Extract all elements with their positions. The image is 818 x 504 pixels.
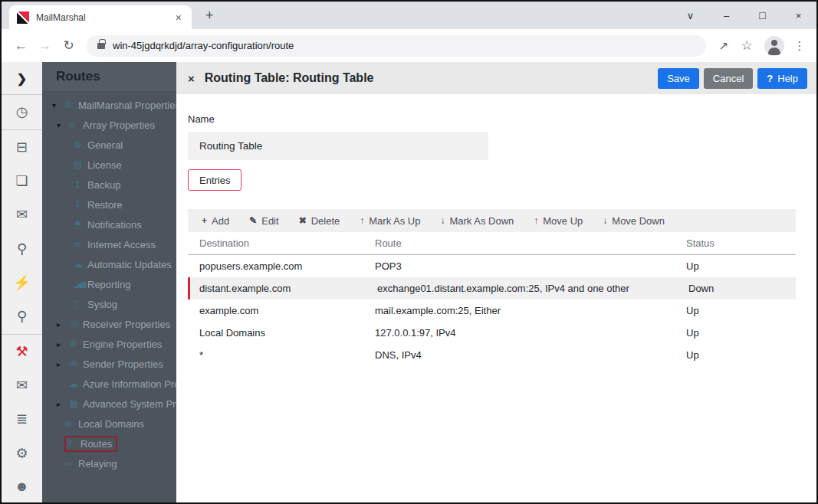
nav-item-license[interactable]: ▤License (42, 155, 176, 175)
toolbar-mark-as-up[interactable]: ↑Mark As Up (360, 215, 420, 227)
rail-item-search[interactable]: ⚲ (2, 232, 42, 266)
megaphone-icon: ⚑ (74, 219, 87, 230)
column-header-status: Status (686, 237, 796, 249)
profile-avatar[interactable] (764, 36, 784, 56)
rail-item-mail[interactable]: ✉ (2, 198, 42, 231)
panel-content: Name Entries +Add✎Edit✖Delete↑Mark As Up… (176, 94, 816, 366)
table-row[interactable]: Local Domains127.0.0.1:97, IPv4Up (188, 322, 796, 344)
caret-right-icon[interactable]: ▸ (54, 320, 69, 329)
nav-item-label: Azure Information Prote (83, 378, 176, 390)
toolbar-edit[interactable]: ✎Edit (249, 215, 278, 227)
browser-tab[interactable]: MailMarshal × (9, 5, 192, 29)
entries-tab[interactable]: Entries (188, 169, 241, 191)
nav-item-mailmarshal-properties[interactable]: ▾⚙MailMarshal Properties (42, 95, 176, 115)
table-row[interactable]: example.commail.example.com:25, EitherUp (188, 299, 796, 322)
nav-item-receiver-properties[interactable]: ▸☏Receiver Properties (42, 314, 176, 334)
rail-item-folders[interactable]: ❏ (2, 164, 42, 198)
nav-item-sender-properties[interactable]: ▸✉Sender Properties (42, 354, 176, 374)
toolbar-add[interactable]: +Add (202, 215, 229, 227)
reload-icon[interactable]: ↻ (57, 38, 80, 54)
rail-item-power[interactable]: ⚡ (2, 266, 42, 299)
caret-right-icon[interactable]: ▸ (54, 340, 69, 349)
tab-search-icon[interactable]: ∨ (672, 2, 708, 29)
upload-icon: ↥ (74, 179, 87, 190)
item-box: ⚙Engine Properties (69, 337, 166, 352)
item-box: ▦Advanced System Prope (69, 397, 176, 411)
panel-close-icon[interactable]: × (188, 72, 195, 85)
icon-rail: ❯◷⊟❏✉⚲⚡⚲⚒✉≣⚙☻ (2, 62, 42, 504)
nav-item-reporting[interactable]: ▂▅▇Reporting (42, 274, 176, 294)
rail-item-layers[interactable]: ≣ (2, 402, 42, 436)
nav-item-notifications[interactable]: ⚑Notifications (42, 214, 176, 234)
minimize-button[interactable]: – (708, 2, 744, 29)
rail-item-settings[interactable]: ⚙ (2, 436, 42, 470)
window-close-button[interactable]: × (780, 2, 816, 29)
nav-item-routes[interactable]: ϒRoutes (42, 434, 176, 453)
rail-item-tools[interactable]: ⚒ (2, 334, 42, 368)
back-icon[interactable]: ← (9, 38, 33, 54)
cell-route: 127.0.0.1:97, IPv4 (375, 327, 686, 339)
toolbar-mark-as-down[interactable]: ↓Mark As Down (440, 215, 514, 227)
list-icon: ≡ (69, 119, 83, 130)
phone-icon: ☏ (69, 319, 83, 329)
caret-down-icon[interactable]: ▾ (54, 121, 69, 129)
name-input[interactable] (188, 132, 488, 160)
toolbar-label: Move Up (543, 215, 583, 227)
nav-item-syslog[interactable]: ▯Syslog (42, 294, 176, 314)
address-bar[interactable]: win-45jgdqrkdjd/array-configuration/rout… (87, 35, 706, 57)
caret-right-icon[interactable]: ▸ (54, 360, 69, 368)
chip-icon: ▦ (69, 398, 83, 409)
nav-item-array-properties[interactable]: ▾≡Array Properties (42, 115, 176, 135)
nav-item-automatic-updates[interactable]: ☁Automatic Updates (42, 254, 176, 274)
trash-icon: ✖ (299, 215, 307, 226)
help-button-label: Help (777, 73, 798, 84)
folder-open-icon: ❏ (15, 172, 28, 189)
share-icon[interactable]: ↗ (712, 39, 735, 53)
bookmark-star-icon[interactable]: ☆ (735, 38, 758, 54)
document-icon: ▯ (74, 299, 87, 309)
table-row[interactable]: distant.example.comexchange01.distant.ex… (188, 277, 796, 299)
nav-item-backup[interactable]: ↥Backup (42, 175, 176, 195)
toolbar-label: Edit (261, 215, 278, 227)
nav-item-advanced-system-prope[interactable]: ▸▦Advanced System Prope (42, 394, 176, 414)
nav-item-local-domains[interactable]: ⊕Local Domains (42, 414, 176, 434)
forward-icon[interactable]: → (33, 38, 57, 54)
cell-status: Up (686, 327, 796, 339)
cell-status: Down (688, 283, 796, 294)
nav-item-general[interactable]: ⚙General (42, 135, 176, 155)
maximize-button[interactable]: □ (744, 2, 780, 29)
cancel-button[interactable]: Cancel (704, 68, 753, 89)
nav-item-internet-access[interactable]: ≋Internet Access (42, 234, 176, 254)
nav-item-azure-information-prote[interactable]: ☁Azure Information Prote (42, 374, 176, 394)
rail-item-servers[interactable]: ⊟ (2, 130, 42, 164)
nav-item-label: Engine Properties (83, 339, 162, 350)
caret-down-icon[interactable]: ▾ (49, 101, 64, 110)
rail-item-search-secondary[interactable]: ⚲ (2, 299, 42, 333)
rail-item-users[interactable]: ☻ (2, 470, 42, 504)
toolbar-move-down[interactable]: ↓Move Down (603, 215, 665, 227)
envelope-icon: ✉ (16, 206, 28, 223)
nav-item-restore[interactable]: ↧Restore (42, 195, 176, 214)
nav-item-engine-properties[interactable]: ▸⚙Engine Properties (42, 334, 176, 354)
id-card-icon: ▤ (74, 159, 87, 170)
bolt-icon: ⚡ (13, 274, 30, 291)
nav-item-relaying[interactable]: ∞Relaying (42, 453, 176, 473)
table-row[interactable]: popusers.example.comPOP3Up (188, 255, 796, 277)
rail-item-mail-open[interactable]: ✉ (2, 368, 42, 402)
arrow-down-icon: ↓ (603, 215, 607, 226)
tab-close-icon[interactable]: × (173, 11, 184, 24)
lock-icon (97, 43, 105, 49)
gear-pair-icon: ⚙ (15, 445, 28, 462)
caret-right-icon[interactable]: ▸ (54, 400, 69, 408)
new-tab-button[interactable]: + (201, 6, 218, 25)
browser-menu-icon[interactable]: ⋮ (790, 39, 809, 53)
help-button[interactable]: ?Help (757, 68, 807, 89)
table-row[interactable]: *DNS, IPv4Up (188, 344, 796, 366)
toolbar-delete[interactable]: ✖Delete (299, 215, 340, 227)
globe-icon: ⊕ (64, 418, 78, 429)
chevron-right-icon: ❯ (17, 71, 27, 86)
save-button[interactable]: Save (658, 68, 699, 89)
toolbar-move-up[interactable]: ↑Move Up (534, 215, 583, 227)
rail-item-dashboard[interactable]: ◷ (2, 95, 42, 129)
rail-item-expand[interactable]: ❯ (2, 62, 42, 94)
